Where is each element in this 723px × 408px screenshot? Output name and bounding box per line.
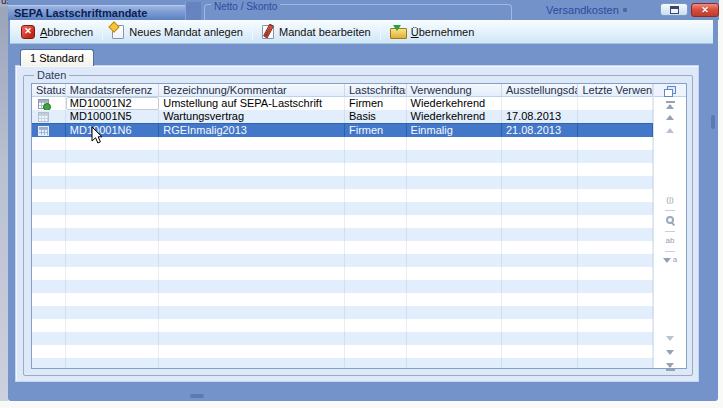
grid-cell — [502, 345, 579, 358]
toolbar-button-label: Mandat bearbeiten — [279, 26, 371, 38]
empty-row[interactable] — [32, 345, 653, 358]
empty-row[interactable] — [32, 241, 653, 254]
restore-button[interactable] — [660, 3, 688, 16]
mandate-row[interactable]: MD10001N2Umstellung auf SEPA-Lastschrift… — [32, 97, 653, 110]
status-cell — [32, 293, 66, 306]
grid-cell — [502, 293, 579, 306]
grid-cell — [502, 358, 579, 368]
mandat-bearbeiten-button[interactable]: Mandat bearbeiten — [255, 22, 378, 42]
grid-cell — [159, 267, 345, 280]
resize-notch-right[interactable] — [711, 115, 715, 129]
grid-cell — [345, 267, 407, 280]
column-header-ausstellungsdatum[interactable]: Ausstellungsdatum — [502, 84, 579, 97]
grid-cell — [66, 280, 159, 293]
status-cell — [32, 280, 66, 293]
grid-cell — [159, 150, 345, 163]
column-header-letzte-verwendung[interactable]: Letzte Verwendung — [578, 84, 653, 97]
background-group-label: Netto / Skonto — [211, 2, 280, 12]
empty-row[interactable] — [32, 137, 653, 150]
empty-row[interactable] — [32, 215, 653, 228]
empty-row[interactable] — [32, 358, 653, 368]
close-button[interactable]: ✕ — [691, 3, 719, 17]
grid-cell — [345, 137, 407, 150]
resize-notch-bottom[interactable] — [190, 394, 204, 398]
scroll-down-page-icon[interactable] — [654, 336, 686, 341]
empty-row[interactable] — [32, 332, 653, 345]
scroll-last-icon[interactable] — [654, 363, 686, 371]
grid-cell: Wartungsvertrag — [159, 110, 345, 123]
column-header-status[interactable]: Status — [32, 84, 66, 97]
column-header-mandatsreferenz[interactable]: Mandatsreferenz — [66, 84, 159, 97]
table-selected-icon — [38, 126, 49, 136]
mandate-row[interactable]: MD10001N5WartungsvertragBasisWiederkehre… — [32, 110, 653, 123]
grid-cell — [159, 345, 345, 358]
grid-cell — [578, 215, 653, 228]
daten-groupbox: Daten StatusMandatsreferenzBezeichnung/K… — [23, 75, 693, 376]
tab-page: Daten StatusMandatsreferenzBezeichnung/K… — [15, 65, 699, 382]
grid-cell — [159, 137, 345, 150]
empty-row[interactable] — [32, 202, 653, 215]
empty-row[interactable] — [32, 189, 653, 202]
divider-3 — [654, 251, 686, 252]
column-width-icon[interactable]: (|) — [654, 196, 686, 204]
mandate-grid: StatusMandatsreferenzBezeichnung/Komment… — [31, 83, 687, 369]
grid-cell — [407, 254, 502, 267]
column-header-bezeichnung-kommentar[interactable]: Bezeichnung/Kommentar — [159, 84, 345, 97]
empty-row[interactable] — [32, 293, 653, 306]
dialog-title-bar[interactable]: SEPA Lastschriftmandate — [8, 5, 185, 20]
empty-row[interactable] — [32, 306, 653, 319]
scroll-up-page-icon[interactable] — [654, 128, 686, 133]
search-icon[interactable] — [654, 216, 686, 224]
mandate-row[interactable]: MD10001N6RGEInmalig2013FirmenEinmalig21.… — [32, 123, 653, 137]
filter-icon[interactable]: a — [654, 256, 686, 264]
grid-cell — [407, 215, 502, 228]
status-cell — [32, 306, 66, 319]
empty-row[interactable] — [32, 150, 653, 163]
column-header-verwendung[interactable]: Verwendung — [407, 84, 502, 97]
grid-cell — [578, 97, 653, 110]
empty-row[interactable] — [32, 280, 653, 293]
grid-cell — [345, 254, 407, 267]
grid-cell — [502, 176, 579, 189]
grid-cell — [345, 228, 407, 241]
column-chooser-icon[interactable] — [654, 85, 686, 97]
toolbar-button-label: Übernehmen — [411, 26, 475, 38]
grid-cell — [502, 97, 579, 110]
grid-cell — [345, 293, 407, 306]
grid-cell — [407, 189, 502, 202]
grid-cell — [502, 228, 579, 241]
scroll-up-icon[interactable] — [654, 115, 686, 120]
table-active-icon — [38, 99, 49, 109]
status-cell — [32, 254, 66, 267]
grid-cell — [345, 319, 407, 332]
empty-row[interactable] — [32, 163, 653, 176]
grid-cell — [502, 306, 579, 319]
empty-row[interactable] — [32, 319, 653, 332]
empty-row[interactable] — [32, 267, 653, 280]
grid-cell — [66, 241, 159, 254]
grid-cell — [407, 241, 502, 254]
grid-cell — [66, 137, 159, 150]
background-left-sliver — [0, 7, 8, 401]
empty-row[interactable] — [32, 254, 653, 267]
scroll-down-icon[interactable] — [654, 350, 686, 355]
column-header-lastschriftart[interactable]: Lastschriftart — [345, 84, 407, 97]
sort-icon[interactable]: ab — [654, 237, 686, 245]
scroll-first-icon[interactable] — [654, 101, 686, 109]
grid-cell: Wiederkehrend — [407, 97, 502, 110]
neues-mandat-anlegen-button[interactable]: Neues Mandat anlegen — [105, 22, 250, 42]
grid-cell — [345, 345, 407, 358]
grid-cell: Umstellung auf SEPA-Lastschrift — [159, 97, 345, 110]
grid-cell — [159, 163, 345, 176]
apply-icon — [390, 25, 406, 39]
tab-1-standard[interactable]: 1 Standard — [20, 49, 94, 66]
grid-cell — [66, 293, 159, 306]
empty-row[interactable] — [32, 176, 653, 189]
empty-row[interactable] — [32, 228, 653, 241]
uebernehmen-button[interactable]: Übernehmen — [383, 22, 482, 42]
status-cell — [32, 189, 66, 202]
grid-cell — [578, 306, 653, 319]
grid-cell — [407, 293, 502, 306]
grid-cell — [407, 176, 502, 189]
abbrechen-button[interactable]: Abbrechen — [14, 22, 100, 42]
